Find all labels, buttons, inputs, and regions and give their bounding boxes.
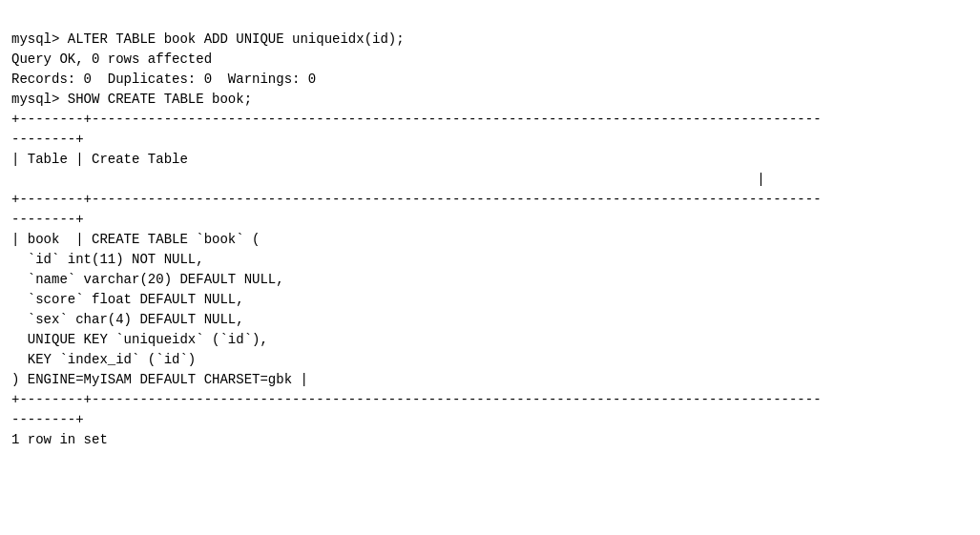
terminal-line: | Table | Create Table: [11, 150, 969, 170]
terminal-line: --------+: [11, 130, 969, 150]
terminal-line: `name` varchar(20) DEFAULT NULL,: [11, 270, 969, 290]
terminal-line: UNIQUE KEY `uniqueidx` (`id`),: [11, 330, 969, 350]
terminal-line: `id` int(11) NOT NULL,: [11, 250, 969, 270]
terminal-line: `sex` char(4) DEFAULT NULL,: [11, 310, 969, 330]
terminal-line: +--------+------------------------------…: [11, 190, 969, 210]
terminal-line: mysql> SHOW CREATE TABLE book;: [11, 90, 969, 110]
terminal-line: 1 row in set: [11, 430, 969, 450]
terminal-line: --------+: [11, 210, 969, 230]
terminal-output: mysql> ALTER TABLE book ADD UNIQUE uniqu…: [11, 10, 969, 450]
terminal-line: | book | CREATE TABLE `book` (: [11, 230, 969, 250]
terminal-line: Query OK, 0 rows affected: [11, 50, 969, 70]
terminal-line: --------+: [11, 410, 969, 430]
terminal-line: KEY `index_id` (`id`): [11, 350, 969, 370]
terminal-line: |: [11, 170, 969, 190]
terminal-line: mysql> ALTER TABLE book ADD UNIQUE uniqu…: [11, 30, 969, 50]
terminal-line: Records: 0 Duplicates: 0 Warnings: 0: [11, 70, 969, 90]
terminal-line: +--------+------------------------------…: [11, 390, 969, 410]
terminal-line: `score` float DEFAULT NULL,: [11, 290, 969, 310]
terminal-line: ) ENGINE=MyISAM DEFAULT CHARSET=gbk |: [11, 370, 969, 390]
terminal-line: +--------+------------------------------…: [11, 110, 969, 130]
